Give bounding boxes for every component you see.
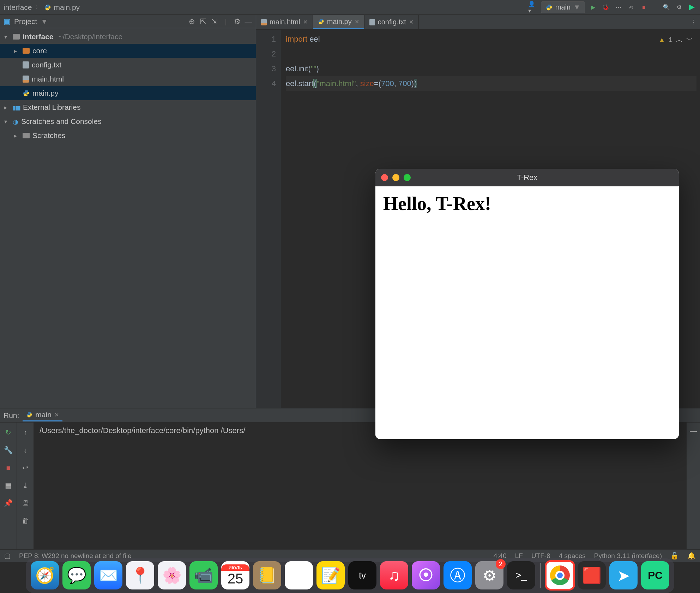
html-file-icon	[261, 19, 267, 25]
dock-app-calendar[interactable]: июль 25	[221, 561, 249, 589]
dock-app-pycharm[interactable]: PC	[641, 561, 669, 589]
txt-file-icon	[369, 19, 375, 25]
user-icon[interactable]: 👤▾	[528, 3, 537, 12]
tree-folder-core[interactable]: ▸ core	[0, 44, 256, 58]
dock-app-safari[interactable]: 🧭	[31, 561, 59, 589]
run-icon[interactable]: ▶	[589, 3, 598, 12]
debug-icon[interactable]: 🐞	[601, 3, 610, 12]
tree-file-mainhtml[interactable]: main.html	[0, 72, 256, 86]
up-icon[interactable]: ↑	[20, 427, 30, 437]
project-tree[interactable]: ▾ interface ~/Desktop/interface ▸ core c…	[0, 28, 256, 408]
stop-icon[interactable]: ■	[639, 3, 648, 12]
chevron-right-icon[interactable]: ▸	[14, 132, 20, 139]
close-window-icon[interactable]	[381, 174, 388, 181]
token-param: size	[360, 79, 374, 88]
dock-app-chrome[interactable]	[546, 561, 574, 589]
dock-app-notes[interactable]: 📝	[316, 561, 345, 589]
token: )	[316, 64, 319, 73]
lock-icon[interactable]: 🔓	[670, 552, 679, 560]
tree-project-root[interactable]: ▾ interface ~/Desktop/interface	[0, 30, 256, 44]
tabs-more[interactable]: ⋮	[687, 15, 700, 29]
close-icon[interactable]: ✕	[303, 19, 308, 25]
run-panel-body: ↻ 🔧 ■ ▤ 📌 ↑ ↓ ↩ ⤓ 🖶 🗑 /Users/the_doctor/…	[0, 423, 700, 549]
tool-window-icon[interactable]: ▢	[4, 552, 11, 560]
sidebar-title[interactable]: Project	[14, 17, 37, 26]
tree-file-config[interactable]: config.txt	[0, 58, 256, 72]
trash-icon[interactable]: 🗑	[20, 516, 30, 526]
tab-main-py[interactable]: main.py ✕	[313, 15, 364, 29]
minimize-icon[interactable]: —	[245, 18, 252, 25]
dock-app-facetime[interactable]: 📹	[189, 561, 218, 589]
tree-file-mainpy[interactable]: main.py	[0, 86, 256, 100]
run-more-icon[interactable]: ⋯	[614, 3, 623, 12]
tree-label: config.txt	[32, 61, 61, 69]
tree-external-libs[interactable]: ▸ External Libraries	[0, 100, 256, 114]
stop-icon[interactable]: ■	[4, 463, 13, 473]
titlebar[interactable]: T-Rex	[375, 169, 679, 186]
run-config-selector[interactable]: main ▼	[541, 1, 585, 13]
dock-app-terminal[interactable]: >_	[507, 561, 535, 589]
minimize-icon[interactable]: —	[688, 426, 698, 436]
gear-icon[interactable]: ⚙	[233, 18, 241, 25]
locate-icon[interactable]: ⊕	[188, 18, 196, 25]
chevron-down-icon[interactable]: ▾	[4, 118, 10, 125]
run-console[interactable]: /Users/the_doctor/Desktop/interface/core…	[34, 423, 687, 549]
scratch-icon	[13, 117, 18, 126]
dock-app-figma[interactable]: 🟥	[578, 561, 606, 589]
token-string: ""	[311, 64, 316, 73]
folder-icon	[23, 133, 30, 138]
chevron-up-icon[interactable]: ︿	[676, 32, 683, 47]
inspection-widget[interactable]: ▲ 1 ︿ ﹀	[659, 32, 693, 47]
dock-app-music[interactable]: ♫	[380, 561, 408, 589]
chevron-down-icon[interactable]: ▾	[4, 34, 10, 40]
token-ident: eel	[307, 35, 320, 43]
expand-all-icon[interactable]: ⇱	[199, 18, 207, 25]
dock-app-maps[interactable]: 📍	[126, 561, 154, 589]
wrench-icon[interactable]: 🔧	[4, 445, 13, 455]
search-icon[interactable]: 🔍	[662, 3, 671, 12]
tree-scratches-folder[interactable]: ▸ Scratches	[0, 128, 256, 143]
collapse-all-icon[interactable]: ⇲	[211, 18, 218, 25]
dock-app-tv[interactable]: tv	[348, 561, 376, 589]
dock-app-appstore[interactable]: Ⓐ	[443, 561, 472, 589]
close-icon[interactable]: ✕	[409, 19, 414, 25]
calendar-day: 25	[228, 571, 243, 587]
tab-config-txt[interactable]: config.txt ✕	[364, 15, 419, 29]
scroll-to-end-icon[interactable]: ⤓	[20, 480, 30, 490]
rerun-icon[interactable]: ↻	[4, 427, 13, 437]
dock-app-photos[interactable]: 🌸	[158, 561, 186, 589]
attach-icon[interactable]: ⎋	[627, 3, 636, 12]
down-icon[interactable]: ↓	[20, 445, 30, 455]
dock-app-contacts[interactable]: 📒	[253, 561, 281, 589]
app-window-trex[interactable]: T-Rex Hello, T-Rex!	[375, 169, 679, 439]
token-ident: eel	[286, 64, 296, 73]
minimize-window-icon[interactable]	[392, 174, 399, 181]
dock-app-messages[interactable]: 💬	[62, 561, 91, 589]
close-icon[interactable]: ✕	[355, 18, 359, 25]
print-icon[interactable]: 🖶	[20, 498, 30, 508]
layout-icon[interactable]: ▤	[4, 480, 13, 490]
dock-app-telegram[interactable]: ➤	[609, 561, 638, 589]
tab-main-html[interactable]: main.html ✕	[256, 15, 313, 29]
bell-icon[interactable]: 🔔	[687, 552, 696, 560]
close-icon[interactable]: ✕	[54, 412, 59, 418]
dock-app-reminders[interactable]: ☰	[285, 561, 313, 589]
breadcrumb-project[interactable]: interface	[4, 3, 32, 12]
breadcrumb[interactable]: interface 〉 main.py	[4, 3, 80, 12]
chevron-right-icon[interactable]: ▸	[4, 104, 10, 111]
chevron-down-icon[interactable]: ﹀	[686, 32, 693, 47]
zoom-window-icon[interactable]	[404, 174, 411, 181]
pin-icon[interactable]: 📌	[4, 498, 13, 508]
tree-scratches-root[interactable]: ▾ Scratches and Consoles	[0, 114, 256, 128]
chevron-down-icon[interactable]: ▼	[41, 17, 48, 26]
dock-app-podcasts[interactable]: ⦿	[412, 561, 440, 589]
chevron-right-icon[interactable]: ▸	[14, 48, 20, 54]
dock-app-settings[interactable]: ⚙ 2	[475, 561, 503, 589]
gear-icon[interactable]: ⚙	[675, 3, 684, 12]
run-panel-tab[interactable]: main ✕	[23, 409, 62, 421]
breadcrumb-file[interactable]: main.py	[54, 3, 80, 12]
jetbrains-icon[interactable]	[687, 3, 696, 12]
soft-wrap-icon[interactable]: ↩	[20, 463, 30, 473]
dock-app-mail[interactable]: ✉️	[94, 561, 122, 589]
window-icon: ▣	[4, 17, 11, 26]
